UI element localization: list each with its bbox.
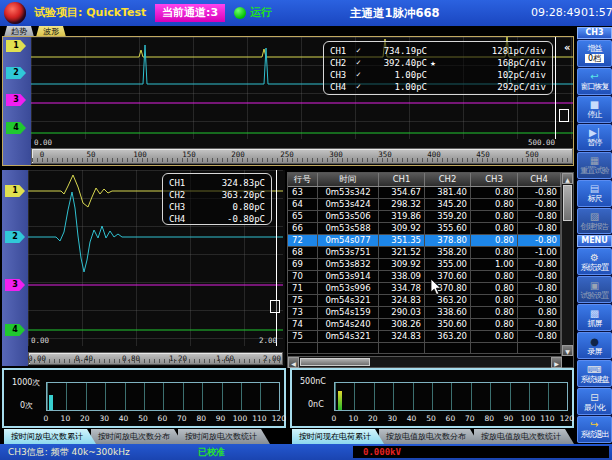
table-row[interactable]: 740m54s240308.26350.600.80-0.80	[288, 319, 573, 331]
channel-tag-4[interactable]: 4	[5, 324, 25, 336]
x-axis-min: 0.00	[34, 138, 52, 147]
table-row[interactable]: 630m53s342354.67381.400.80-0.80	[288, 187, 573, 199]
readout-value: 324.83pC	[199, 177, 265, 189]
waveform-scroll-ruler[interactable]: 0.000.400.801.201.602.00	[28, 352, 283, 365]
scroll-down-icon[interactable]: ▼	[562, 345, 573, 356]
tab-charge-2[interactable]: 按放电值放电次数分布	[379, 429, 479, 444]
sidebar-button-pause[interactable]: ▶|暂停	[577, 124, 612, 151]
histogram-bar	[49, 395, 53, 410]
table-header-CH3[interactable]: CH3	[471, 173, 518, 186]
tab-discharge-count-3[interactable]: 按时间放电次数统计	[178, 429, 270, 444]
readout-channel: CH4	[169, 213, 199, 225]
table-row[interactable]: 730m54s159290.03338.600.800.80	[288, 307, 573, 319]
table-cell: 0.80	[518, 307, 561, 318]
table-row[interactable]: 690m53s832309.92355.001.00-0.80	[288, 259, 573, 271]
readout-scale: 292pC/div	[439, 81, 546, 93]
table-cell: 358.20	[425, 247, 471, 258]
sidebar-button-stop[interactable]: ■停止	[577, 96, 612, 123]
scrollbar-thumb[interactable]	[563, 185, 572, 221]
y-max-label: 1000次	[12, 377, 40, 388]
readout-scale: 168pC/div	[439, 57, 546, 69]
table-row[interactable]: 750m54s321324.83363.200.80-0.80	[288, 331, 573, 343]
sidebar-button-gain[interactable]: 增益0档	[577, 40, 612, 67]
table-cell: 0.80	[471, 319, 518, 330]
tab-charge-3[interactable]: 按放电值放电次数统计	[474, 429, 574, 444]
horizontal-scrollbar[interactable]: ◀ ▶	[288, 356, 562, 367]
channel-tag-1[interactable]: 1	[6, 40, 26, 52]
table-cell: 72	[288, 235, 318, 246]
screen-capture-icon: ▩	[590, 308, 599, 319]
y-max-label: 500nC	[300, 377, 326, 386]
sidebar-button-screen-record[interactable]: ●录屏	[577, 332, 612, 359]
channel-tag-1[interactable]: 1	[5, 185, 25, 197]
vertical-scrollbar[interactable]: ▲ ▼	[561, 173, 573, 356]
trend-scroll-ruler[interactable]: 050100150200250300350400450500	[31, 148, 573, 164]
table-body: 630m53s342354.67381.400.80-0.80640m53s42…	[288, 187, 573, 354]
scroll-up-icon[interactable]: ▲	[562, 173, 573, 184]
sidebar-button-label: 录屏	[588, 347, 602, 356]
table-row[interactable]: 720m54s077351.35378.800.80-0.80	[288, 235, 573, 247]
table-cell: 0.80	[471, 271, 518, 282]
readout-row: CH1✓734.19pC1281pC/div	[330, 45, 546, 57]
tab-discharge-count-1[interactable]: 按时间放电次数累计	[4, 429, 96, 444]
trend-cursor-line[interactable]	[555, 37, 556, 139]
table-cell: 71	[288, 283, 318, 294]
scrollbar-thumb[interactable]	[300, 358, 370, 366]
table-header-CH2[interactable]: CH2	[425, 173, 471, 186]
waveform-cursor-line[interactable]	[276, 170, 277, 346]
table-row[interactable]: 680m53s751321.52358.200.80-1.00	[288, 247, 573, 259]
table-row[interactable]: 640m53s424298.32345.200.80-0.80	[288, 199, 573, 211]
tab-charge-1[interactable]: 按时间现在电荷累计	[292, 429, 384, 444]
table-header-CH4[interactable]: CH4	[518, 173, 561, 186]
x-tick-label: 80	[484, 414, 494, 423]
table-row[interactable]: 750m54s321324.83363.200.80-0.80	[288, 295, 573, 307]
sidebar-button-system-exit[interactable]: ↪系统退出	[577, 416, 612, 443]
stop-icon: ■	[590, 99, 599, 110]
x-tick-label: 40	[407, 414, 417, 423]
channel-tag-4[interactable]: 4	[6, 122, 26, 134]
table-header-CH1[interactable]: CH1	[379, 173, 425, 186]
channel-tag-2[interactable]: 2	[6, 67, 26, 79]
sidebar-button-window-restore[interactable]: ↩窗口恢复	[577, 68, 612, 95]
table-cell: -0.80	[518, 187, 561, 198]
table-header-时间[interactable]: 时间	[318, 173, 379, 186]
sidebar-button-ruler[interactable]: ▤标尺	[577, 180, 612, 207]
x-tick-label: 30	[387, 414, 397, 423]
channel-tag-3[interactable]: 3	[5, 279, 25, 291]
tab-discharge-count-2[interactable]: 按时间放电次数分布	[91, 429, 183, 444]
readout-value: 363.20pC	[199, 189, 265, 201]
readout-row: CH2✓392.40pC★168pC/div	[330, 57, 546, 69]
table-cell: 0.80	[471, 187, 518, 198]
x-tick-label: 40	[119, 414, 129, 423]
channel-tag-3[interactable]: 3	[6, 94, 26, 106]
trend-cursor-handle[interactable]	[559, 109, 569, 122]
channel-tag-2[interactable]: 2	[5, 231, 25, 243]
sidebar-button-minimize[interactable]: ⊟最小化	[577, 388, 612, 415]
sidebar-button-screen-capture[interactable]: ▩抓屏	[577, 304, 612, 331]
table-cell: 0.80	[471, 211, 518, 222]
sidebar-button-system-settings[interactable]: ⚙系统设置	[577, 248, 612, 275]
star-icon	[427, 45, 439, 57]
readout-row: CH4-0.80pC	[169, 213, 265, 225]
sidebar-button-label: 窗口恢复	[581, 82, 609, 91]
x-tick-label: 0	[44, 414, 49, 423]
channel-info-label: CH3信息: 频带 40k~300kHz	[8, 444, 130, 460]
x-tick-label: 50	[138, 414, 148, 423]
scroll-right-icon[interactable]: ▶	[551, 357, 562, 368]
title-bar: 试验项目: QuickTest 当前通道:3 运行 主通道1脉冲668 09:2…	[0, 0, 612, 26]
table-cell: 290.03	[379, 307, 425, 318]
ruler-tick-label: 1.20	[169, 354, 187, 363]
table-cell	[379, 343, 425, 353]
sidebar-button-system-keyboard[interactable]: ⌨系统键盘	[577, 360, 612, 387]
table-row[interactable]: 650m53s506319.86359.200.80-0.80	[288, 211, 573, 223]
table-cell: 68	[288, 247, 318, 258]
waveform-cursor-handle[interactable]	[270, 300, 280, 313]
table-row[interactable]: 660m53s588309.92355.600.80-0.80	[288, 223, 573, 235]
sidebar-header-channel: CH3	[577, 27, 612, 39]
scroll-left-icon[interactable]: ◀	[288, 357, 299, 368]
table-header-行号[interactable]: 行号	[288, 173, 318, 186]
x-tick-label: 100	[233, 414, 247, 423]
run-status-label: 运行	[250, 0, 272, 26]
sidebar-collapse-icon[interactable]: «	[564, 42, 570, 53]
readout-value: 0.80pC	[199, 201, 265, 213]
